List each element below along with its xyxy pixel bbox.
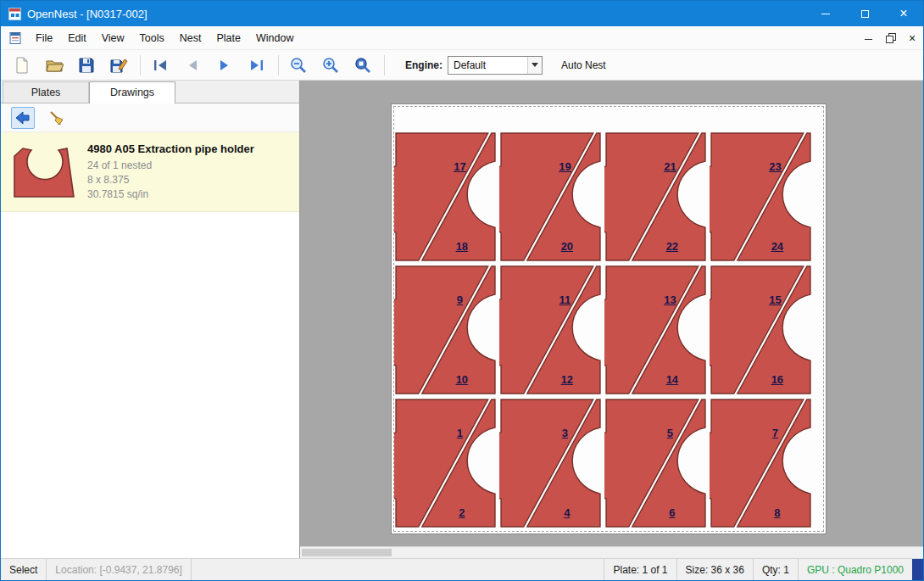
nav-last-button[interactable] [244,53,270,77]
send-back-button[interactable] [11,107,35,129]
engine-select[interactable]: Default [448,56,543,75]
zoom-in-icon [321,56,340,75]
nested-part-pair[interactable]: 11 12 [499,265,602,395]
mdi-restore-button[interactable] [879,26,901,49]
nested-part-pair[interactable]: 21 22 [604,131,707,262]
part-number-top: 7 [772,427,778,439]
last-plate-icon [248,56,266,75]
nested-part-pair[interactable]: 13 14 [604,265,707,395]
part-pair-shape [604,265,707,395]
menubar: File Edit View Tools Nest Plate Window × [1,26,923,50]
next-plate-icon [215,56,234,75]
drawing-thumbnail [8,144,81,200]
app-icon [8,8,21,20]
mdi-minimize-button[interactable] [857,26,879,49]
part-number-top: 1 [457,427,463,439]
nest-canvas[interactable]: 17 18 19 20 21 22 23 24 9 10 [300,81,923,558]
minimize-button[interactable] [806,1,845,26]
part-number-top: 15 [769,293,781,306]
nested-part-pair[interactable]: 19 20 [499,131,602,262]
nested-part-pair[interactable]: 1 2 [394,398,497,528]
drawing-list-item[interactable]: 4980 A05 Extraction pipe holder 24 of 1 … [1,132,299,212]
part-number-bottom: 4 [564,506,570,519]
close-button[interactable]: × [884,1,923,26]
close-icon: × [899,7,907,20]
part-number-bottom: 2 [459,506,465,519]
part-pair-shape [604,131,707,262]
mdi-close-button[interactable]: × [901,26,923,49]
nav-prev-button[interactable] [180,53,205,77]
menu-item-tools[interactable]: Tools [132,28,172,48]
new-button[interactable] [9,53,35,77]
nav-next-button[interactable] [212,53,237,77]
part-pair-shape [394,265,497,395]
nested-part-pair[interactable]: 17 18 [394,131,497,262]
nested-part-pair[interactable]: 23 24 [710,131,812,262]
part-number-top: 19 [559,160,571,173]
nested-part-pair[interactable]: 7 8 [710,398,812,528]
part-pair-shape [710,265,812,395]
zoom-fit-icon [353,56,372,75]
nest-grid: 17 18 19 20 21 22 23 24 9 10 [394,131,812,528]
open-folder-icon [45,56,64,75]
save-as-button[interactable] [106,53,131,77]
menu-item-edit[interactable]: Edit [60,28,94,48]
clear-button[interactable] [45,107,69,129]
tab-plates[interactable]: Plates [3,81,89,103]
titlebar: OpenNest - [N0317-002] × [1,1,923,26]
resize-grip[interactable] [912,559,923,580]
part-pair-shape [394,398,497,528]
document-icon [9,32,21,44]
drawings-toolbar [1,103,299,132]
drawing-size: 8 x 8.375 [87,173,254,187]
nav-first-button[interactable] [148,53,173,77]
part-number-bottom: 14 [666,373,678,386]
tab-drawings[interactable]: Drawings [89,81,175,103]
zoom-out-button[interactable] [286,53,311,77]
nested-part-pair[interactable]: 5 6 [604,398,707,528]
open-button[interactable] [42,53,67,77]
zoom-fit-button[interactable] [350,53,376,77]
minimize-icon [821,14,830,14]
part-number-top: 23 [769,160,781,173]
part-number-bottom: 24 [771,240,783,253]
maximize-icon [861,10,869,18]
part-pair-shape [499,398,602,528]
part-pair-shape [499,131,602,262]
menu-item-window[interactable]: Window [248,28,301,48]
toolbar-separator [140,55,141,75]
zoom-in-button[interactable] [318,53,343,77]
engine-selected-value: Default [448,57,527,74]
save-button[interactable] [74,53,99,77]
app-window: OpenNest - [N0317-002] × File Edit View … [0,0,924,581]
part-number-top: 3 [562,427,568,439]
part-pair-shape [710,398,812,528]
horizontal-scrollbar[interactable] [300,546,923,558]
first-plate-icon [151,56,170,75]
menu-item-view[interactable]: View [94,28,132,48]
status-spacer [192,559,604,580]
plate[interactable]: 17 18 19 20 21 22 23 24 9 10 [391,103,827,534]
part-number-bottom: 12 [561,373,573,386]
new-file-icon [13,56,31,75]
zoom-out-icon [289,56,308,75]
part-number-top: 9 [457,293,463,306]
auto-nest-button[interactable]: Auto Nest [561,59,606,71]
nested-part-pair[interactable]: 3 4 [499,398,602,528]
menu-item-plate[interactable]: Plate [209,28,248,48]
nested-part-pair[interactable]: 9 10 [394,265,497,395]
part-number-top: 17 [454,160,465,173]
menu-item-nest[interactable]: Nest [172,28,209,48]
menu-item-file[interactable]: File [28,28,60,48]
part-number-bottom: 20 [561,240,573,253]
maximize-button[interactable] [845,1,884,26]
engine-dropdown-button[interactable] [527,57,542,74]
previous-plate-icon [183,56,202,75]
part-pair-shape [394,131,497,262]
status-location: Location: [-0.9437, 21.8796] [46,559,191,580]
status-gpu: GPU : Quadro P1000 [798,559,912,580]
status-size: Size: 36 x 36 [676,559,753,580]
nested-part-pair[interactable]: 15 16 [710,265,812,395]
scrollbar-thumb[interactable] [302,549,392,556]
window-title: OpenNest - [N0317-002] [27,8,806,20]
